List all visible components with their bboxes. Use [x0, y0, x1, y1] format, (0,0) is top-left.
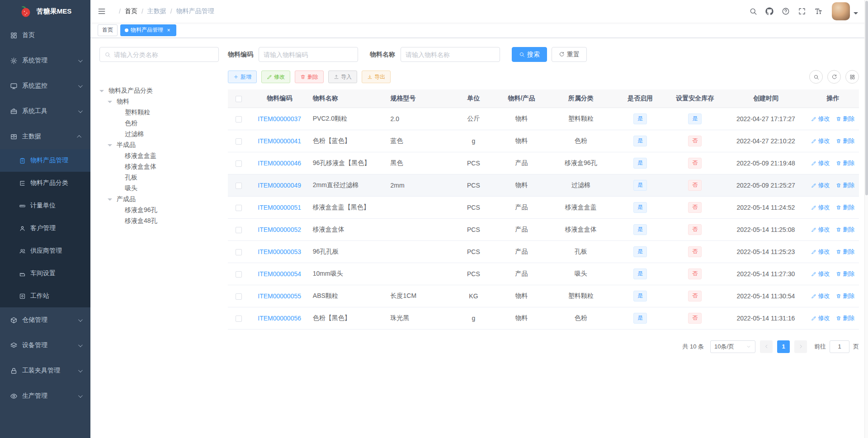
fullscreen-icon[interactable]	[794, 0, 810, 23]
help-icon[interactable]	[778, 0, 794, 23]
tree-search-input[interactable]	[114, 51, 214, 58]
prev-page-button[interactable]	[760, 340, 773, 353]
tree-node[interactable]: 移液盒盒盖	[99, 151, 219, 161]
tree-node[interactable]: 吸头	[99, 183, 219, 194]
breadcrumb-item[interactable]: / 首页	[115, 7, 137, 15]
import-button[interactable]: 导入	[328, 71, 357, 83]
next-page-button[interactable]	[794, 340, 807, 353]
row-checkbox[interactable]	[236, 316, 242, 322]
delete-link[interactable]: 删除	[836, 159, 854, 167]
material-code-link[interactable]: ITEM00000051	[258, 204, 301, 211]
row-checkbox[interactable]	[236, 249, 242, 255]
edit-link[interactable]: 修改	[811, 159, 830, 167]
sidebar-toggle-button[interactable]	[90, 0, 113, 23]
delete-link[interactable]: 删除	[836, 203, 854, 212]
tree-node[interactable]: 孔板	[99, 172, 219, 183]
app-logo[interactable]: 苦糖果MES	[0, 0, 90, 23]
caret-down-icon[interactable]	[108, 96, 117, 107]
edit-button[interactable]: 修改	[261, 71, 290, 83]
search-icon[interactable]	[745, 0, 761, 23]
sidebar-item[interactable]: 设备管理	[0, 333, 90, 358]
tree-node[interactable]: 移液盒48孔	[99, 216, 219, 226]
select-all-checkbox[interactable]	[236, 96, 242, 102]
row-checkbox[interactable]	[236, 205, 242, 211]
row-checkbox[interactable]	[236, 293, 242, 300]
delete-link[interactable]: 删除	[836, 314, 854, 322]
tree-node[interactable]: 过滤棉	[99, 129, 219, 140]
page-number-button[interactable]: 1	[777, 340, 790, 353]
name-filter-input[interactable]	[406, 51, 495, 58]
edit-link[interactable]: 修改	[811, 248, 830, 256]
caret-down-icon[interactable]	[108, 140, 117, 151]
caret-down-icon[interactable]	[116, 151, 125, 161]
row-checkbox[interactable]	[236, 138, 242, 145]
tree-node[interactable]: 塑料颗粒	[99, 107, 219, 118]
caret-down-icon[interactable]	[116, 205, 125, 216]
material-code-link[interactable]: ITEM00000052	[258, 226, 301, 233]
sidebar-item[interactable]: 系统管理	[0, 48, 90, 73]
caret-down-icon[interactable]	[116, 107, 125, 118]
material-code-link[interactable]: ITEM00000037	[258, 115, 301, 122]
sidebar-item[interactable]: 系统工具	[0, 99, 90, 124]
material-code-link[interactable]: ITEM00000046	[258, 160, 301, 167]
column-settings-button[interactable]	[845, 70, 859, 84]
sidebar-item[interactable]: 客户管理	[0, 217, 90, 240]
material-code-link[interactable]: ITEM00000056	[258, 315, 301, 322]
material-code-link[interactable]: ITEM00000053	[258, 248, 301, 255]
caret-down-icon[interactable]	[116, 129, 125, 140]
close-icon[interactable]: ×	[165, 27, 172, 33]
row-checkbox[interactable]	[236, 116, 242, 122]
caret-down-icon[interactable]	[116, 172, 125, 183]
edit-link[interactable]: 修改	[811, 226, 830, 234]
tree-node[interactable]: 色粉	[99, 118, 219, 129]
sidebar-item[interactable]: 主数据	[0, 124, 90, 149]
page-size-select[interactable]: 10条/页	[710, 340, 755, 353]
toggle-search-button[interactable]	[809, 70, 823, 84]
material-code-link[interactable]: ITEM00000041	[258, 137, 301, 145]
breadcrumb-item[interactable]: / 物料产品管理	[166, 7, 214, 15]
tree-node[interactable]: 半成品	[99, 140, 219, 151]
row-checkbox[interactable]	[236, 183, 242, 189]
edit-link[interactable]: 修改	[811, 203, 830, 212]
tree-node[interactable]: 移液盒盒体	[99, 161, 219, 172]
reset-button[interactable]: 重置	[552, 47, 587, 62]
scrollbar-thumb[interactable]	[865, 1, 868, 195]
row-checkbox[interactable]	[236, 271, 242, 278]
delete-link[interactable]: 删除	[836, 226, 854, 234]
tree-node[interactable]: 物料	[99, 96, 219, 107]
code-filter-input[interactable]	[264, 51, 353, 58]
tree-node[interactable]: 物料及产品分类	[99, 85, 219, 96]
sidebar-item[interactable]: 工作站	[0, 285, 90, 307]
sidebar-item[interactable]: 工装夹具管理	[0, 358, 90, 383]
material-code-link[interactable]: ITEM00000055	[258, 292, 301, 300]
delete-link[interactable]: 删除	[836, 248, 854, 256]
sidebar-item[interactable]: 车间设置	[0, 262, 90, 285]
row-checkbox[interactable]	[236, 227, 242, 233]
view-tab[interactable]: 首页 ×	[98, 24, 118, 36]
caret-down-icon[interactable]	[116, 161, 125, 172]
edit-link[interactable]: 修改	[811, 137, 830, 145]
row-checkbox[interactable]	[236, 160, 242, 167]
tree-node[interactable]: 移液盒96孔	[99, 205, 219, 216]
view-tab[interactable]: 物料产品管理 ×	[120, 24, 176, 36]
edit-link[interactable]: 修改	[811, 181, 830, 189]
delete-link[interactable]: 删除	[836, 270, 854, 278]
caret-down-icon[interactable]	[99, 85, 108, 96]
delete-link[interactable]: 删除	[836, 115, 854, 123]
sidebar-item[interactable]: 物料产品分类	[0, 172, 90, 194]
sidebar-item[interactable]: 供应商管理	[0, 240, 90, 262]
refresh-button[interactable]	[827, 70, 841, 84]
goto-page-input[interactable]	[830, 340, 849, 353]
material-code-link[interactable]: ITEM00000049	[258, 182, 301, 189]
sidebar-item[interactable]: 仓储管理	[0, 307, 90, 333]
caret-down-icon[interactable]	[108, 194, 117, 205]
tree-node[interactable]: 产成品	[99, 194, 219, 205]
user-menu[interactable]	[832, 2, 858, 20]
delete-link[interactable]: 删除	[836, 137, 854, 145]
add-button[interactable]: 新增	[228, 71, 257, 83]
sidebar-item[interactable]: 首页	[0, 23, 90, 48]
caret-down-icon[interactable]	[116, 183, 125, 194]
sidebar-item[interactable]: 生产管理	[0, 383, 90, 409]
delete-link[interactable]: 删除	[836, 181, 854, 189]
sidebar-item[interactable]: 计量单位	[0, 194, 90, 217]
